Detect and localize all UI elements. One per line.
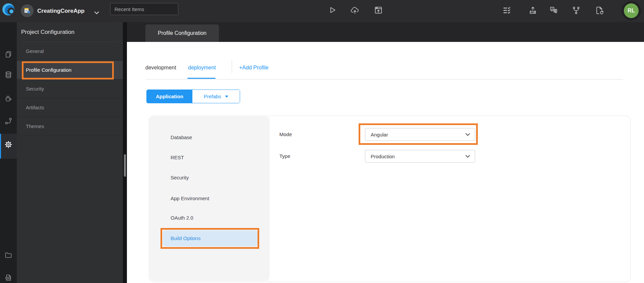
- chevron-down-icon: [465, 155, 470, 158]
- app-window: CreatingCoreApp: [0, 0, 644, 283]
- avatar: RL: [624, 3, 639, 18]
- caret-down-icon: [225, 96, 228, 98]
- rail-item-database[interactable]: [4, 71, 12, 79]
- settings-sidebar: Project Configuration General Profile Co…: [17, 22, 123, 283]
- log-file-icon: LOG: [4, 274, 12, 282]
- play-icon: [327, 5, 337, 15]
- active-tab-underline: [187, 78, 216, 79]
- sidebar-item-general[interactable]: General: [17, 42, 123, 61]
- version-control-button[interactable]: [571, 5, 581, 15]
- sidebar-item-artifacts[interactable]: Artifacts: [17, 98, 123, 117]
- chevron-down-icon: [94, 11, 99, 14]
- rail-item-connectors[interactable]: [4, 117, 12, 125]
- connector-icon: [4, 117, 12, 125]
- checklist-icon: [502, 6, 512, 15]
- mode-label: Mode: [279, 130, 292, 138]
- rail-item-settings[interactable]: [4, 140, 12, 149]
- type-label: Type: [279, 152, 290, 160]
- toggle-prefabs[interactable]: Prefabs: [192, 90, 240, 103]
- translate-icon: A: [549, 6, 558, 15]
- nav-item-build-options[interactable]: Build Options: [163, 230, 258, 246]
- export-box-icon: [528, 6, 538, 15]
- tab-deployment[interactable]: deployment: [188, 64, 216, 72]
- rail-item-pages[interactable]: [4, 50, 12, 58]
- tab-divider: [232, 60, 232, 73]
- recent-items-input[interactable]: [110, 3, 178, 15]
- sidebar-item-profile-configuration[interactable]: Profile Configuration: [17, 61, 123, 79]
- sync-doc-button[interactable]: [595, 5, 605, 15]
- nav-item-rest[interactable]: REST: [171, 150, 184, 166]
- svg-text:LOG: LOG: [6, 277, 9, 279]
- export-app-button[interactable]: [528, 5, 538, 15]
- checklist-button[interactable]: [502, 5, 512, 15]
- add-profile-button[interactable]: +Add Profile: [239, 64, 269, 72]
- rail-item-files[interactable]: [4, 251, 12, 259]
- rail-item-java-services[interactable]: [4, 94, 12, 102]
- publish-button[interactable]: [373, 5, 383, 15]
- top-bar: CreatingCoreApp: [0, 0, 644, 22]
- tab-development[interactable]: development: [145, 64, 176, 72]
- toggle-application[interactable]: Application: [147, 90, 192, 103]
- sidebar-scroll-track: [123, 22, 127, 283]
- gear-icon: [4, 140, 12, 149]
- settings-nav-panel: [149, 116, 270, 281]
- wavemaker-logo-icon[interactable]: [2, 3, 15, 16]
- project-avatar[interactable]: [21, 4, 34, 17]
- content-header-tab[interactable]: Profile Configuration: [145, 24, 219, 42]
- nav-item-database[interactable]: Database: [171, 129, 192, 146]
- user-menu[interactable]: RL: [622, 1, 641, 20]
- chevron-down-icon: [465, 133, 470, 136]
- nav-item-security[interactable]: Security: [171, 170, 189, 186]
- cloud-upload-icon: [350, 5, 360, 15]
- document-sync-icon: [595, 6, 604, 15]
- mode-select[interactable]: Angular: [365, 128, 475, 141]
- run-button[interactable]: [327, 5, 337, 15]
- pages-icon: [4, 50, 12, 58]
- deploy-cloud-button[interactable]: [350, 5, 360, 15]
- sidebar-item-security[interactable]: Security: [17, 79, 123, 98]
- sidebar-scroll-thumb[interactable]: [124, 154, 126, 177]
- left-rail: LOG: [0, 22, 17, 283]
- type-select-value: Production: [371, 154, 465, 159]
- project-switcher-chevron[interactable]: [94, 10, 99, 16]
- folder-icon: [4, 251, 12, 259]
- database-icon: [4, 71, 12, 79]
- sidebar-item-themes[interactable]: Themes: [17, 117, 123, 136]
- rail-item-logs[interactable]: LOG: [4, 274, 12, 282]
- nav-item-app-environment[interactable]: App Environment: [171, 190, 209, 207]
- nav-item-oauth[interactable]: OAuth 2.0: [171, 210, 193, 226]
- sidebar-title: Project Configuration: [21, 22, 119, 42]
- branch-icon: [571, 6, 581, 15]
- scope-toggle: Application Prefabs: [146, 90, 240, 103]
- project-note-db-icon: [24, 7, 31, 14]
- project-name[interactable]: CreatingCoreApp: [37, 0, 85, 22]
- rail-active-indicator: [0, 134, 1, 159]
- coffee-cup-icon: [4, 94, 12, 102]
- toggle-prefabs-label: Prefabs: [204, 94, 221, 99]
- mode-select-value: Angular: [371, 132, 465, 137]
- publish-window-icon: [374, 5, 383, 15]
- logo-wave-icon: [2, 3, 15, 16]
- type-select[interactable]: Production: [365, 150, 475, 163]
- tabs-baseline: [146, 79, 623, 79]
- translate-button[interactable]: A: [549, 5, 559, 15]
